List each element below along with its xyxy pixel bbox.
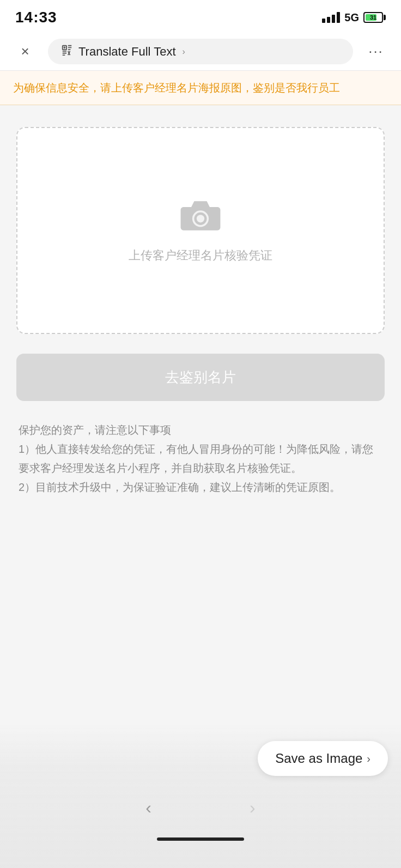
translate-icon — [61, 44, 73, 59]
upload-area[interactable]: 上传客户经理名片核验凭证 — [16, 127, 385, 334]
battery-icon: 31 — [363, 12, 386, 23]
save-image-button[interactable]: Save as Image › — [258, 741, 388, 776]
translate-pill[interactable]: Translate Full Text › — [48, 39, 353, 64]
status-bar: 14:33 5G 31 — [0, 0, 401, 33]
status-time: 14:33 — [15, 9, 57, 26]
nav-chevron-icon: › — [183, 47, 185, 57]
warning-banner: 为确保信息安全，请上传客户经理名片海报原图，鉴别是否我行员工 — [0, 71, 401, 105]
signal-icon — [322, 12, 340, 23]
info-point1: 1）他人直接转发给您的凭证，有他人冒用身份的可能！为降低风险，请您要求客户经理发… — [19, 440, 382, 478]
close-button[interactable]: × — [13, 40, 37, 64]
home-indicator — [157, 837, 244, 841]
bottom-area: Save as Image › ‹ › — [0, 725, 401, 868]
info-point2: 2）目前技术升级中，为保证验证准确，建议上传清晰的凭证原图。 — [19, 478, 382, 497]
network-type: 5G — [344, 11, 359, 24]
main-content: 上传客户经理名片核验凭证 去鉴别名片 保护您的资产，请注意以下事项 1）他人直接… — [0, 105, 401, 513]
identify-button[interactable]: 去鉴别名片 — [16, 354, 385, 401]
upload-label: 上传客户经理名片核验凭证 — [129, 247, 272, 264]
svg-point-3 — [197, 215, 204, 222]
forward-arrow-button[interactable]: › — [239, 792, 266, 823]
nav-title: Translate Full Text — [78, 45, 176, 59]
save-chevron-icon: › — [367, 752, 370, 765]
warning-text: 为确保信息安全，请上传客户经理名片海报原图，鉴别是否我行员工 — [13, 80, 388, 96]
save-image-label: Save as Image — [275, 751, 362, 766]
nav-bar: × Translate Full Text › ··· — [0, 33, 401, 71]
info-title: 保护您的资产，请注意以下事项 — [19, 421, 382, 440]
more-button[interactable]: ··· — [364, 40, 388, 64]
nav-arrows: ‹ › — [135, 792, 266, 823]
info-section: 保护您的资产，请注意以下事项 1）他人直接转发给您的凭证，有他人冒用身份的可能！… — [16, 421, 385, 497]
camera-icon — [179, 197, 222, 236]
status-icons: 5G 31 — [322, 11, 386, 24]
back-arrow-button[interactable]: ‹ — [135, 792, 162, 823]
